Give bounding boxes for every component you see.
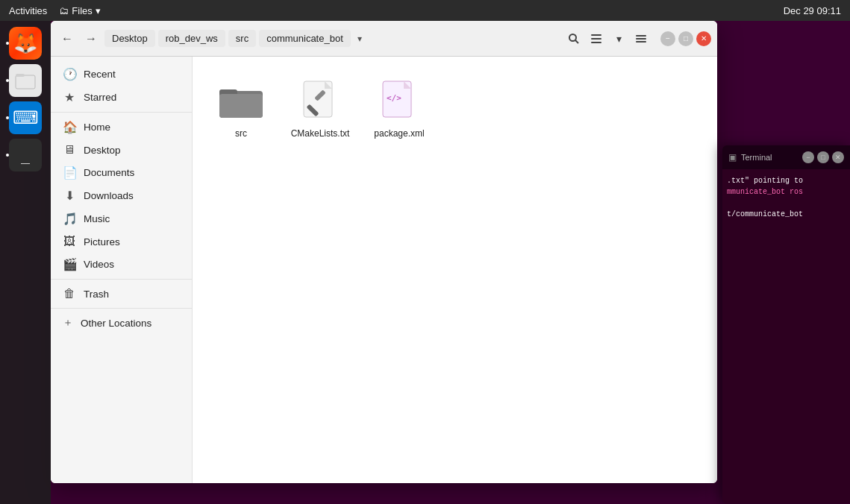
taskbar: Activities 🗂 Files ▾ Dec 29 09:11 bbox=[0, 0, 850, 21]
sidebar-item-downloads[interactable]: ⬇ Downloads bbox=[51, 184, 192, 207]
file-manager-window: ← → Desktop rob_dev_ws src communicate_b… bbox=[51, 21, 717, 483]
sidebar-item-starred[interactable]: ★ Starred bbox=[51, 86, 192, 109]
files-menu[interactable]: 🗂 Files ▾ bbox=[59, 5, 100, 16]
sidebar-item-pictures-label: Pictures bbox=[84, 236, 120, 248]
recent-icon: 🕐 bbox=[63, 67, 76, 81]
sidebar-item-documents[interactable]: 📄 Documents bbox=[51, 161, 192, 184]
sidebar-item-home[interactable]: 🏠 Home bbox=[51, 116, 192, 139]
sidebar-item-pictures[interactable]: 🖼 Pictures bbox=[51, 230, 192, 253]
terminal-minimize-button[interactable]: − bbox=[802, 151, 814, 163]
terminal-body: .txt" pointing to mmunicate_bot ros t/co… bbox=[722, 169, 850, 226]
dock: 🦊 ⌨ _ bbox=[0, 21, 51, 504]
pictures-icon: 🖼 bbox=[63, 235, 76, 248]
dock-item-terminal[interactable]: _ bbox=[9, 139, 42, 171]
sidebar-other-locations-label: Other Locations bbox=[81, 318, 151, 329]
close-button[interactable]: ✕ bbox=[696, 31, 711, 46]
folder-icon: 🗂 bbox=[59, 5, 69, 16]
terminal-window: ▣ Terminal − □ ✕ .txt" pointing to mmuni… bbox=[722, 145, 850, 503]
sidebar-item-recent-label: Recent bbox=[84, 69, 116, 80]
chevron-down-icon: ▾ bbox=[96, 5, 101, 16]
breadcrumb-communicate-bot[interactable]: communicate_bot bbox=[259, 30, 351, 47]
file-body: 🕐 Recent ★ Starred 🏠 Home 🖥 Desktop 📄 Do… bbox=[51, 57, 717, 483]
sidebar-item-desktop[interactable]: 🖥 Desktop bbox=[51, 139, 192, 161]
breadcrumb-rob-dev-ws[interactable]: rob_dev_ws bbox=[158, 30, 225, 47]
breadcrumb: Desktop rob_dev_ws src communicate_bot ▾ bbox=[104, 30, 560, 48]
sidebar-divider-1 bbox=[51, 112, 192, 113]
file-item-cmakelists[interactable]: CMakeLists.txt bbox=[287, 72, 354, 146]
terminal-window-controls: − □ ✕ bbox=[802, 151, 844, 163]
breadcrumb-dropdown-button[interactable]: ▾ bbox=[351, 30, 369, 48]
sidebar-item-downloads-label: Downloads bbox=[84, 190, 134, 201]
downloads-icon: ⬇ bbox=[63, 189, 76, 203]
terminal-line-1: .txt" pointing to bbox=[727, 175, 846, 186]
header-bar: ← → Desktop rob_dev_ws src communicate_b… bbox=[51, 21, 717, 57]
sidebar-divider-2 bbox=[51, 279, 192, 280]
activities-button[interactable]: Activities bbox=[9, 5, 47, 16]
menu-button[interactable] bbox=[631, 28, 651, 49]
file-label-package-xml: package.xml bbox=[374, 128, 424, 140]
file-item-src[interactable]: src bbox=[207, 72, 275, 146]
starred-icon: ★ bbox=[63, 90, 76, 104]
dock-item-firefox[interactable]: 🦊 bbox=[9, 27, 42, 60]
maximize-button[interactable]: □ bbox=[678, 31, 693, 46]
sidebar-item-documents-label: Documents bbox=[84, 167, 134, 178]
desktop-icon: 🖥 bbox=[63, 143, 76, 157]
svg-rect-9 bbox=[636, 41, 646, 42]
sidebar-item-other-locations[interactable]: ＋ Other Locations bbox=[51, 312, 192, 334]
svg-text:</>: </> bbox=[387, 93, 401, 103]
svg-rect-5 bbox=[591, 38, 601, 40]
sidebar-item-home-label: Home bbox=[84, 122, 110, 133]
back-button[interactable]: ← bbox=[57, 28, 78, 49]
svg-rect-12 bbox=[219, 94, 263, 118]
sort-button[interactable]: ▾ bbox=[608, 28, 629, 49]
file-area: src CMake bbox=[193, 57, 717, 483]
terminal-title: Terminal bbox=[741, 153, 772, 162]
terminal-maximize-button[interactable]: □ bbox=[817, 151, 829, 163]
sidebar-item-trash-label: Trash bbox=[84, 289, 109, 300]
trash-icon: 🗑 bbox=[63, 287, 76, 300]
svg-rect-6 bbox=[591, 42, 601, 43]
breadcrumb-src[interactable]: src bbox=[228, 30, 256, 47]
breadcrumb-desktop[interactable]: Desktop bbox=[104, 30, 155, 47]
search-button[interactable] bbox=[563, 28, 584, 49]
folder-icon-src bbox=[217, 78, 265, 125]
sidebar-item-starred-label: Starred bbox=[84, 92, 116, 103]
svg-line-3 bbox=[575, 40, 578, 43]
terminal-line-4: t/communicate_bot bbox=[727, 209, 846, 220]
sidebar-item-music[interactable]: 🎵 Music bbox=[51, 207, 192, 230]
file-label-cmakelists: CMakeLists.txt bbox=[291, 128, 350, 140]
sidebar-item-recent[interactable]: 🕐 Recent bbox=[51, 63, 192, 86]
music-icon: 🎵 bbox=[63, 212, 76, 226]
plus-icon: ＋ bbox=[63, 316, 73, 330]
sidebar-divider-3 bbox=[51, 308, 192, 309]
svg-rect-7 bbox=[636, 35, 646, 37]
terminal-header-left: ▣ Terminal bbox=[728, 152, 772, 163]
sidebar-item-videos[interactable]: 🎬 Videos bbox=[51, 253, 192, 276]
videos-icon: 🎬 bbox=[63, 257, 76, 271]
svg-rect-4 bbox=[591, 34, 601, 36]
svg-rect-0 bbox=[16, 75, 35, 89]
sidebar-item-music-label: Music bbox=[84, 213, 110, 224]
documents-icon: 📄 bbox=[63, 166, 76, 180]
svg-rect-8 bbox=[636, 38, 646, 40]
dock-item-files[interactable] bbox=[9, 64, 42, 97]
sidebar-item-videos-label: Videos bbox=[84, 259, 114, 270]
file-item-package-xml[interactable]: </> package.xml bbox=[366, 72, 433, 146]
cmake-file-icon bbox=[296, 78, 344, 125]
terminal-line-2: mmunicate_bot ros bbox=[727, 186, 846, 198]
window-controls: − □ ✕ bbox=[660, 31, 711, 46]
terminal-line-3 bbox=[727, 198, 846, 209]
taskbar-left: Activities 🗂 Files ▾ bbox=[9, 5, 101, 16]
header-actions: ▾ bbox=[563, 28, 651, 49]
terminal-close-button[interactable]: ✕ bbox=[832, 151, 844, 163]
sidebar-item-trash[interactable]: 🗑 Trash bbox=[51, 283, 192, 305]
forward-button[interactable]: → bbox=[81, 28, 101, 49]
svg-rect-1 bbox=[16, 74, 25, 77]
sidebar: 🕐 Recent ★ Starred 🏠 Home 🖥 Desktop 📄 Do… bbox=[51, 57, 193, 483]
dock-item-vscode[interactable]: ⌨ bbox=[9, 101, 42, 134]
terminal-header: ▣ Terminal − □ ✕ bbox=[722, 145, 850, 169]
terminal-icon: ▣ bbox=[728, 152, 737, 163]
minimize-button[interactable]: − bbox=[660, 31, 675, 46]
sidebar-item-desktop-label: Desktop bbox=[84, 145, 121, 156]
list-view-button[interactable] bbox=[586, 28, 607, 49]
